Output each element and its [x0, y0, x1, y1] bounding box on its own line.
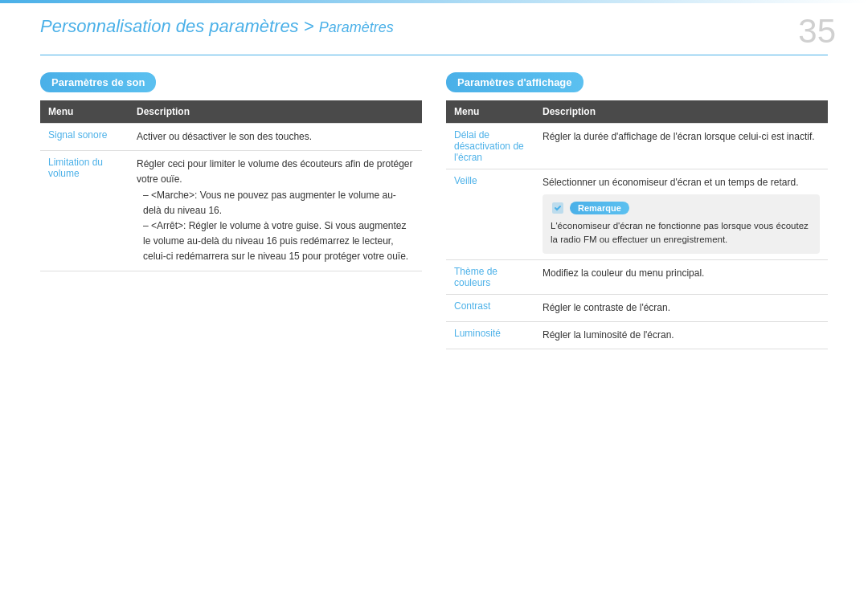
left-table: Menu Description Signal sonore Activer o…: [40, 100, 422, 271]
limitation-volume-menu: Limitation du volume: [40, 151, 129, 271]
limitation-desc-line2: – <Marche>: Vous ne pouvez pas augmenter…: [143, 188, 414, 218]
header-line: [40, 55, 828, 55]
signal-sonore-menu: Signal sonore: [40, 124, 129, 151]
contrast-menu: Contrast: [446, 294, 534, 321]
left-table-header: Menu Description: [40, 100, 422, 124]
limitation-volume-desc: Régler ceci pour limiter le volume des é…: [129, 151, 422, 271]
theme-couleurs-desc: Modifiez la couleur du menu principal.: [534, 259, 828, 294]
luminosite-menu: Luminosité: [446, 321, 534, 349]
table-row: Thème de couleurs Modifiez la couleur du…: [446, 259, 828, 294]
top-bar: [0, 0, 868, 3]
title-main: Personnalisation des paramètres: [40, 16, 299, 36]
right-table-header: Menu Description: [446, 100, 828, 124]
limitation-desc-line1: Régler ceci pour limiter le volume des é…: [137, 157, 414, 187]
veille-menu: Veille: [446, 169, 534, 260]
left-col1-header: Menu: [40, 100, 129, 124]
veille-desc: Sélectionner un économiseur d'écran et u…: [534, 169, 828, 260]
title-separator: >: [299, 16, 319, 36]
table-row: Luminosité Régler la luminosité de l'écr…: [446, 321, 828, 349]
limitation-desc-line3: – <Arrêt>: Régler le volume à votre guis…: [143, 218, 414, 265]
right-table: Menu Description Délai de désactivation …: [446, 100, 828, 349]
remarque-title: Remarque: [551, 201, 812, 215]
table-row: Signal sonore Activer ou désactiver le s…: [40, 124, 422, 151]
title-sub: Paramètres: [319, 19, 394, 35]
remarque-icon: [551, 201, 565, 215]
remarque-label: Remarque: [570, 202, 629, 214]
page-header: Personnalisation des paramètres > Paramè…: [40, 16, 788, 37]
page-title: Personnalisation des paramètres > Paramè…: [40, 16, 788, 37]
luminosite-desc: Régler la luminosité de l'écran.: [534, 321, 828, 349]
right-col2-header: Description: [534, 100, 828, 124]
table-row: Contrast Régler le contraste de l'écran.: [446, 294, 828, 321]
right-section-header: Paramètres d'affichage: [446, 72, 583, 92]
delai-desc: Régler la durée d'affichage de l'écran l…: [534, 124, 828, 169]
left-section-header: Paramètres de son: [40, 72, 156, 92]
veille-desc-pre: Sélectionner un économiseur d'écran et u…: [542, 175, 820, 190]
signal-sonore-desc: Activer ou désactiver le son des touches…: [129, 124, 422, 151]
delai-menu: Délai de désactivation de l'écran: [446, 124, 534, 169]
remarque-text: L'économiseur d'écran ne fonctionne pas …: [551, 219, 812, 247]
table-row: Limitation du volume Régler ceci pour li…: [40, 151, 422, 271]
table-row: Veille Sélectionner un économiseur d'écr…: [446, 169, 828, 260]
contrast-desc: Régler le contraste de l'écran.: [534, 294, 828, 321]
right-column: Paramètres d'affichage Menu Description …: [446, 72, 828, 349]
content-area: Paramètres de son Menu Description Signa…: [40, 72, 828, 349]
table-row: Délai de désactivation de l'écran Régler…: [446, 124, 828, 169]
page-number: 35: [798, 14, 836, 48]
theme-couleurs-menu: Thème de couleurs: [446, 259, 534, 294]
left-col2-header: Description: [129, 100, 422, 124]
right-col1-header: Menu: [446, 100, 534, 124]
left-column: Paramètres de son Menu Description Signa…: [40, 72, 422, 349]
remarque-box: Remarque L'économiseur d'écran ne foncti…: [542, 194, 820, 254]
